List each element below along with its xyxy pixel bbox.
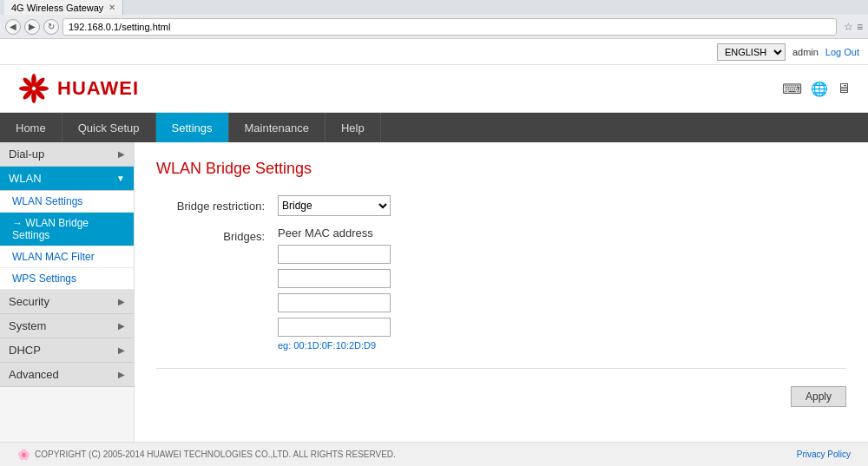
logout-link[interactable]: Log Out (825, 47, 859, 57)
nav-bar: Home Quick Setup Settings Maintenance He… (0, 113, 868, 142)
language-select[interactable]: ENGLISH (717, 43, 786, 61)
settings-icon[interactable]: ≡ (857, 21, 863, 33)
chevron-down-icon: ▼ (116, 174, 125, 183)
sidebar-section-security[interactable]: Security ▶ (0, 290, 134, 314)
content-area: WLAN Bridge Settings Bridge restriction:… (135, 142, 868, 442)
sidebar-item-wlan-bridge-settings[interactable]: WLAN Bridge Settings (0, 213, 134, 246)
bridges-control: Peer MAC address eg: 00:1D:0F:10:2D:D9 (278, 226, 391, 351)
admin-label: admin (792, 47, 819, 57)
tab-close-icon[interactable]: ✕ (108, 3, 115, 12)
nav-quick-setup[interactable]: Quick Setup (62, 113, 156, 142)
footer: 🌸 COPYRIGHT (C) 2005-2014 HUAWEI TECHNOL… (0, 442, 868, 466)
mac-input-1[interactable] (278, 245, 391, 264)
bridges-row: Bridges: Peer MAC address eg: 00:1D:0F:1… (156, 226, 846, 351)
nav-settings[interactable]: Settings (156, 113, 229, 142)
bridge-restriction-control: Bridge Disable (278, 195, 391, 216)
nav-help[interactable]: Help (326, 113, 381, 142)
bookmark-icon[interactable]: ☆ (844, 21, 853, 33)
footer-logo: 🌸 COPYRIGHT (C) 2005-2014 HUAWEI TECHNOL… (17, 449, 396, 461)
browser-tab[interactable]: 4G Wireless Gateway ✕ (4, 0, 123, 15)
chevron-right-icon-system: ▶ (118, 321, 125, 331)
sidebar-item-wlan-mac-filter[interactable]: WLAN MAC Filter (0, 246, 134, 268)
mac-input-2[interactable] (278, 269, 391, 288)
button-row: Apply (156, 386, 846, 407)
peer-mac-label: Peer MAC address (278, 226, 391, 240)
main-layout: Dial-up ▶ WLAN ▼ WLAN Settings WLAN Brid… (0, 142, 868, 442)
chevron-right-icon-advanced: ▶ (118, 370, 125, 379)
browser-chrome: 4G Wireless Gateway ✕ (0, 0, 868, 15)
nav-home[interactable]: Home (0, 113, 62, 142)
sidebar-section-dhcp[interactable]: DHCP ▶ (0, 338, 134, 363)
chevron-right-icon: ▶ (118, 149, 125, 159)
footer-huawei-icon: 🌸 (17, 449, 30, 461)
url-bar[interactable] (62, 18, 837, 36)
header: HUAWEI ⌨ 🌐 🖥 (0, 65, 868, 113)
sidebar-section-wlan[interactable]: WLAN ▼ (0, 167, 134, 191)
bridge-restriction-select[interactable]: Bridge Disable (278, 195, 391, 216)
nav-maintenance[interactable]: Maintenance (229, 113, 326, 142)
header-icons: ⌨ 🌐 🖥 (782, 81, 851, 97)
sidebar-section-dialup[interactable]: Dial-up ▶ (0, 142, 134, 167)
sidebar-section-advanced[interactable]: Advanced ▶ (0, 363, 134, 387)
chevron-right-icon-security: ▶ (118, 297, 125, 306)
chevron-right-icon-dhcp: ▶ (118, 345, 125, 355)
monitor-icon[interactable]: 🖥 (837, 81, 851, 96)
form-divider (156, 368, 846, 369)
bridge-restriction-label: Bridge restriction: (156, 200, 278, 213)
tab-title: 4G Wireless Gateway (11, 3, 103, 13)
mac-input-4[interactable] (278, 318, 391, 337)
sidebar: Dial-up ▶ WLAN ▼ WLAN Settings WLAN Brid… (0, 142, 135, 442)
page-title: WLAN Bridge Settings (156, 160, 846, 178)
mac-inputs (278, 245, 391, 337)
privacy-policy-link[interactable]: Privacy Policy (797, 450, 851, 459)
keyboard-icon[interactable]: ⌨ (782, 81, 802, 97)
bridges-label: Bridges: (156, 226, 278, 243)
sidebar-item-wps-settings[interactable]: WPS Settings (0, 268, 134, 290)
refresh-button[interactable]: ↻ (43, 19, 59, 35)
logo-area: HUAWEI (17, 72, 139, 105)
sidebar-item-wlan-settings[interactable]: WLAN Settings (0, 191, 134, 213)
example-text: eg: 00:1D:0F:10:2D:D9 (278, 340, 391, 351)
sidebar-section-system[interactable]: System ▶ (0, 314, 134, 338)
globe-icon[interactable]: 🌐 (811, 81, 828, 97)
top-right-bar: ENGLISH admin Log Out (0, 39, 868, 65)
browser-toolbar: ◀ ▶ ↻ ☆ ≡ (0, 15, 868, 39)
huawei-logo-icon (17, 72, 50, 105)
mac-input-3[interactable] (278, 293, 391, 312)
apply-button[interactable]: Apply (791, 386, 846, 407)
back-button[interactable]: ◀ (5, 19, 21, 35)
logo-text: HUAWEI (57, 77, 139, 100)
bridge-restriction-row: Bridge restriction: Bridge Disable (156, 195, 846, 216)
forward-button[interactable]: ▶ (24, 19, 40, 35)
footer-copyright: COPYRIGHT (C) 2005-2014 HUAWEI TECHNOLOG… (35, 450, 396, 459)
